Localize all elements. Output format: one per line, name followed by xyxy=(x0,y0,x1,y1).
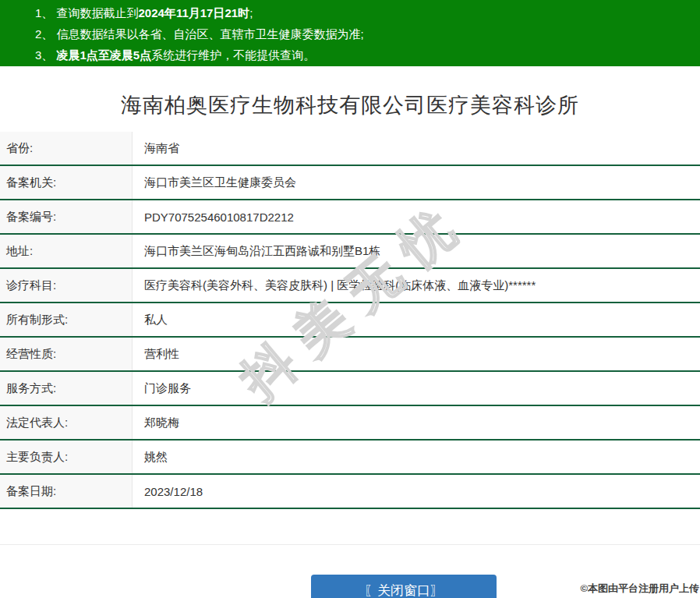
row-value: 郑晓梅 xyxy=(133,406,700,439)
notice-line-3-bold: 凌晨1点至凌晨5点 xyxy=(57,48,152,62)
notice-line-3-text: 3、 xyxy=(35,48,57,62)
footer-divider xyxy=(0,544,700,545)
row-value: 营利性 xyxy=(133,338,700,370)
row-label: 备案编号: xyxy=(0,200,133,233)
row-label: 主要负责人: xyxy=(0,441,133,473)
row-label: 备案日期: xyxy=(0,475,133,508)
notice-line-3: 3、 凌晨1点至凌晨5点系统进行维护，不能提供查询。 xyxy=(0,44,700,65)
row-value: 2023/12/18 xyxy=(133,475,700,508)
page-title: 海南柏奥医疗生物科技有限公司医疗美容科诊所 xyxy=(0,66,700,119)
table-row-filing-number: 备案编号: PDY70752546010817D2212 xyxy=(0,200,700,235)
row-label: 服务方式: xyxy=(0,372,133,405)
notice-line-1-text: 1、 查询数据截止到 xyxy=(35,6,139,19)
table-row-filing-date: 备案日期: 2023/12/18 xyxy=(0,475,700,509)
row-label: 法定代表人: xyxy=(0,406,133,439)
row-value: 门诊服务 xyxy=(133,372,700,405)
row-value: 海口市美兰区海甸岛沿江五西路诚和别墅B1栋 xyxy=(133,235,700,267)
close-window-button[interactable]: 〖关闭窗口〗 xyxy=(311,575,497,598)
notice-line-1-bold: 2024年11月17日21时 xyxy=(139,6,250,19)
row-label: 所有制形式: xyxy=(0,303,133,336)
table-row-service-mode: 服务方式: 门诊服务 xyxy=(0,372,700,406)
notice-bar: 1、 查询数据截止到2024年11月17日21时; 2、 信息数据结果以各省、自… xyxy=(0,0,700,66)
table-row-legal-representative: 法定代表人: 郑晓梅 xyxy=(0,406,700,441)
notice-line-1: 1、 查询数据截止到2024年11月17日21时; xyxy=(0,2,700,23)
row-value: 私人 xyxy=(133,303,700,336)
info-table: 省份: 海南省 备案机关: 海口市美兰区卫生健康委员会 备案编号: PDY707… xyxy=(0,132,700,509)
row-value: 医疗美容科(美容外科、美容皮肤科) | 医学检验科(临床体液、血液专业)****… xyxy=(133,269,700,302)
notice-line-2-text: 2、 信息数据结果以各省、自治区、直辖市卫生健康委数据为准; xyxy=(35,27,364,41)
table-row-ownership-form: 所有制形式: 私人 xyxy=(0,303,700,338)
row-label: 备案机关: xyxy=(0,166,133,199)
notice-line-2: 2、 信息数据结果以各省、自治区、直辖市卫生健康委数据为准; xyxy=(0,23,700,44)
row-value: 姚然 xyxy=(133,441,700,473)
row-value: 海口市美兰区卫生健康委员会 xyxy=(133,166,700,199)
row-label: 经营性质: xyxy=(0,338,133,370)
table-row-province: 省份: 海南省 xyxy=(0,132,700,166)
table-row-address: 地址: 海口市美兰区海甸岛沿江五西路诚和别墅B1栋 xyxy=(0,235,700,269)
table-row-filing-authority: 备案机关: 海口市美兰区卫生健康委员会 xyxy=(0,166,700,200)
table-row-principal-person: 主要负责人: 姚然 xyxy=(0,441,700,475)
table-row-diagnosis-subjects: 诊疗科目: 医疗美容科(美容外科、美容皮肤科) | 医学检验科(临床体液、血液专… xyxy=(0,269,700,303)
row-value: 海南省 xyxy=(133,132,700,165)
copyright-notice: ©本图由平台注册用户上传 xyxy=(580,582,699,596)
row-label: 地址: xyxy=(0,235,133,267)
row-label: 诊疗科目: xyxy=(0,269,133,302)
notice-line-1-tail: ; xyxy=(249,6,253,19)
row-label: 省份: xyxy=(0,132,133,165)
notice-line-3-tail: 系统进行维护，不能提供查询。 xyxy=(151,48,315,62)
row-value: PDY70752546010817D2212 xyxy=(133,200,700,233)
table-row-business-nature: 经营性质: 营利性 xyxy=(0,338,700,372)
